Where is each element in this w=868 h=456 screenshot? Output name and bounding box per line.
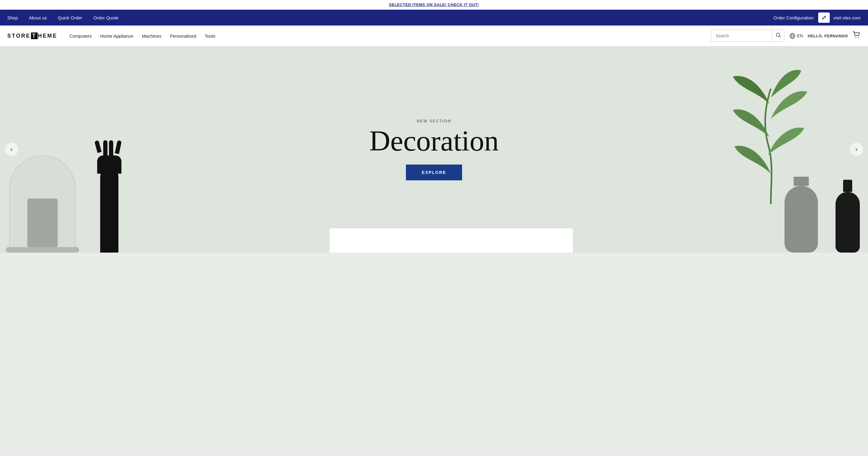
white-platform bbox=[330, 228, 573, 252]
promo-banner: SELECTED ITEMS ON SALE! CHECK IT OUT! bbox=[0, 0, 868, 10]
hero-subtitle: NEW SECTION bbox=[369, 119, 498, 123]
finger-3 bbox=[109, 140, 113, 156]
nav-home-appliance[interactable]: Home Appliance bbox=[100, 33, 133, 38]
user-greeting: HELLO, FERNANDO bbox=[808, 34, 848, 38]
plant-svg-decoration bbox=[710, 58, 832, 210]
hero-objects-left bbox=[0, 46, 164, 252]
search-input[interactable] bbox=[711, 33, 772, 38]
glass-dome-inner bbox=[27, 199, 58, 247]
search-button[interactable] bbox=[772, 30, 784, 42]
cart-icon bbox=[853, 31, 861, 38]
hero-section: NEW SECTION Decoration EXPLORE ‹ bbox=[0, 46, 868, 252]
nav-order-quote[interactable]: Order Quote bbox=[93, 15, 118, 20]
nav-personalized[interactable]: Personalized bbox=[170, 33, 196, 38]
svg-point-7 bbox=[856, 37, 857, 38]
explore-button[interactable]: EXPLORE bbox=[406, 164, 462, 180]
vase-body bbox=[784, 186, 818, 252]
hand-fingers bbox=[97, 140, 119, 157]
category-nav: Computers Home Appliance Machines Person… bbox=[69, 33, 711, 38]
svg-line-1 bbox=[779, 36, 781, 38]
cart-button[interactable] bbox=[853, 31, 861, 40]
slider-next-button[interactable]: › bbox=[850, 143, 863, 156]
hero-objects-right bbox=[741, 46, 868, 252]
finger-1 bbox=[94, 140, 102, 153]
vase-decoration bbox=[781, 177, 821, 252]
black-bottle-decoration bbox=[834, 180, 861, 252]
finger-2 bbox=[103, 140, 107, 157]
nav-right-section: EN HELLO, FERNANDO bbox=[711, 30, 861, 42]
vase-neck bbox=[794, 177, 809, 186]
svg-point-8 bbox=[858, 37, 859, 38]
finger-4 bbox=[115, 140, 122, 154]
hero-title: Decoration bbox=[369, 126, 498, 155]
nav-tools[interactable]: Tools bbox=[205, 33, 215, 38]
nav-about[interactable]: About us bbox=[29, 15, 47, 20]
visit-vtex-link[interactable]: visit vtex.com bbox=[833, 15, 861, 20]
nav-quick-order[interactable]: Quick Order bbox=[58, 15, 82, 20]
hand-arm bbox=[100, 168, 118, 252]
language-selector[interactable]: EN bbox=[789, 33, 803, 39]
globe-icon bbox=[789, 33, 796, 39]
pencil-icon bbox=[822, 15, 827, 20]
order-config-label: Order Configuration: bbox=[773, 15, 814, 20]
glass-dome-base bbox=[6, 247, 79, 252]
glass-dome-decoration bbox=[9, 149, 76, 252]
slider-prev-button[interactable]: ‹ bbox=[5, 143, 18, 156]
site-logo[interactable]: STORETHEME bbox=[7, 33, 57, 39]
edit-order-config-button[interactable] bbox=[818, 12, 830, 23]
nav-machines[interactable]: Machines bbox=[142, 33, 161, 38]
bottle-body bbox=[836, 192, 860, 252]
main-nav: STORETHEME Computers Home Appliance Mach… bbox=[0, 26, 868, 46]
top-nav: Shop About us Quick Order Order Quote Or… bbox=[0, 10, 868, 26]
language-label: EN bbox=[797, 33, 803, 38]
bottle-neck bbox=[843, 180, 852, 192]
hero-content: NEW SECTION Decoration EXPLORE bbox=[369, 119, 498, 180]
search-icon bbox=[776, 32, 781, 38]
black-hand-decoration bbox=[88, 137, 130, 252]
nav-computers[interactable]: Computers bbox=[69, 33, 92, 38]
hand-palm bbox=[97, 155, 121, 174]
nav-shop[interactable]: Shop bbox=[7, 15, 18, 20]
glass-dome-body bbox=[9, 155, 76, 252]
search-box bbox=[711, 30, 784, 42]
top-nav-right: Order Configuration: visit vtex.com bbox=[773, 12, 861, 23]
top-nav-links: Shop About us Quick Order Order Quote bbox=[7, 15, 119, 20]
promo-banner-link[interactable]: SELECTED ITEMS ON SALE! CHECK IT OUT! bbox=[389, 2, 479, 7]
